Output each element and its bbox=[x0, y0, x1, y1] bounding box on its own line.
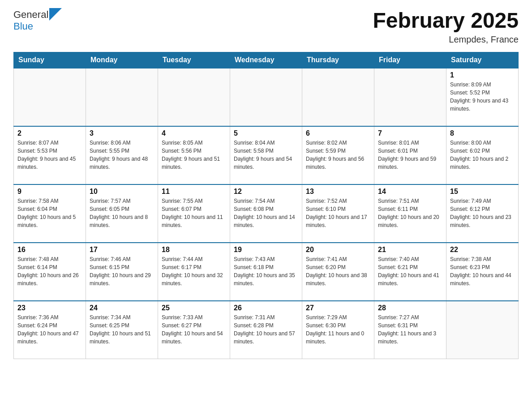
day-number: 17 bbox=[90, 246, 154, 254]
day-number: 1 bbox=[450, 71, 515, 79]
day-info: Sunrise: 8:06 AMSunset: 5:55 PMDaylight:… bbox=[90, 139, 154, 171]
calendar-cell: 10Sunrise: 7:57 AMSunset: 6:05 PMDayligh… bbox=[86, 184, 158, 243]
weekday-header-tuesday: Tuesday bbox=[158, 52, 230, 68]
day-info: Sunrise: 7:57 AMSunset: 6:05 PMDaylight:… bbox=[90, 197, 154, 229]
weekday-header-thursday: Thursday bbox=[302, 52, 374, 68]
day-number: 7 bbox=[378, 129, 442, 137]
calendar-cell: 15Sunrise: 7:49 AMSunset: 6:12 PMDayligh… bbox=[446, 184, 519, 243]
calendar-cell: 19Sunrise: 7:43 AMSunset: 6:18 PMDayligh… bbox=[230, 243, 302, 301]
day-number: 28 bbox=[378, 304, 442, 312]
calendar-cell: 13Sunrise: 7:52 AMSunset: 6:10 PMDayligh… bbox=[302, 184, 374, 243]
day-info: Sunrise: 8:05 AMSunset: 5:56 PMDaylight:… bbox=[162, 139, 226, 171]
weekday-header-friday: Friday bbox=[374, 52, 446, 68]
calendar-cell: 22Sunrise: 7:38 AMSunset: 6:23 PMDayligh… bbox=[446, 243, 519, 301]
calendar-cell: 6Sunrise: 8:02 AMSunset: 5:59 PMDaylight… bbox=[302, 126, 374, 184]
calendar-cell: 1Sunrise: 8:09 AMSunset: 5:52 PMDaylight… bbox=[446, 68, 519, 126]
calendar-cell bbox=[302, 68, 374, 126]
logo-general-text: General bbox=[13, 9, 48, 21]
calendar-cell: 4Sunrise: 8:05 AMSunset: 5:56 PMDaylight… bbox=[158, 126, 230, 184]
day-number: 11 bbox=[162, 188, 226, 196]
day-number: 2 bbox=[17, 129, 82, 137]
day-number: 20 bbox=[306, 246, 370, 254]
day-info: Sunrise: 7:36 AMSunset: 6:24 PMDaylight:… bbox=[17, 313, 82, 346]
calendar-subtitle: Lempdes, France bbox=[373, 34, 519, 45]
day-info: Sunrise: 8:00 AMSunset: 6:02 PMDaylight:… bbox=[450, 139, 515, 171]
day-number: 4 bbox=[162, 129, 226, 137]
day-info: Sunrise: 7:33 AMSunset: 6:27 PMDaylight:… bbox=[162, 313, 226, 346]
calendar-cell: 14Sunrise: 7:51 AMSunset: 6:11 PMDayligh… bbox=[374, 184, 446, 243]
day-info: Sunrise: 8:07 AMSunset: 5:53 PMDaylight:… bbox=[17, 139, 82, 171]
day-info: Sunrise: 7:27 AMSunset: 6:31 PMDaylight:… bbox=[378, 313, 442, 346]
day-number: 8 bbox=[450, 129, 515, 137]
day-number: 25 bbox=[162, 304, 226, 312]
day-number: 23 bbox=[17, 304, 82, 312]
weekday-header-wednesday: Wednesday bbox=[230, 52, 302, 68]
logo: General Blue bbox=[13, 9, 62, 32]
calendar-cell: 12Sunrise: 7:54 AMSunset: 6:08 PMDayligh… bbox=[230, 184, 302, 243]
day-info: Sunrise: 8:04 AMSunset: 5:58 PMDaylight:… bbox=[234, 139, 298, 171]
calendar-cell: 28Sunrise: 7:27 AMSunset: 6:31 PMDayligh… bbox=[374, 301, 446, 359]
calendar-week-row: 23Sunrise: 7:36 AMSunset: 6:24 PMDayligh… bbox=[14, 301, 519, 359]
calendar-cell: 21Sunrise: 7:40 AMSunset: 6:21 PMDayligh… bbox=[374, 243, 446, 301]
calendar-week-row: 2Sunrise: 8:07 AMSunset: 5:53 PMDaylight… bbox=[14, 126, 519, 184]
calendar-cell: 26Sunrise: 7:31 AMSunset: 6:28 PMDayligh… bbox=[230, 301, 302, 359]
weekday-header-row: SundayMondayTuesdayWednesdayThursdayFrid… bbox=[14, 52, 519, 68]
day-number: 15 bbox=[450, 188, 515, 196]
day-number: 24 bbox=[90, 304, 154, 312]
logo-blue-text: Blue bbox=[13, 21, 33, 32]
calendar-cell: 25Sunrise: 7:33 AMSunset: 6:27 PMDayligh… bbox=[158, 301, 230, 359]
day-info: Sunrise: 7:48 AMSunset: 6:14 PMDaylight:… bbox=[17, 255, 82, 287]
calendar-cell: 11Sunrise: 7:55 AMSunset: 6:07 PMDayligh… bbox=[158, 184, 230, 243]
day-info: Sunrise: 8:02 AMSunset: 5:59 PMDaylight:… bbox=[306, 139, 370, 171]
calendar-cell: 8Sunrise: 8:00 AMSunset: 6:02 PMDaylight… bbox=[446, 126, 519, 184]
day-info: Sunrise: 8:01 AMSunset: 6:01 PMDaylight:… bbox=[378, 139, 442, 171]
day-info: Sunrise: 7:44 AMSunset: 6:17 PMDaylight:… bbox=[162, 255, 226, 287]
day-number: 9 bbox=[17, 188, 82, 196]
calendar-cell bbox=[230, 68, 302, 126]
day-number: 19 bbox=[234, 246, 298, 254]
day-number: 21 bbox=[378, 246, 442, 254]
calendar-table: SundayMondayTuesdayWednesdayThursdayFrid… bbox=[13, 52, 519, 360]
calendar-cell: 16Sunrise: 7:48 AMSunset: 6:14 PMDayligh… bbox=[14, 243, 86, 301]
calendar-body: 1Sunrise: 8:09 AMSunset: 5:52 PMDaylight… bbox=[14, 68, 519, 359]
page-header: General Blue February 2025 Lempdes, Fran… bbox=[13, 9, 519, 45]
day-info: Sunrise: 7:43 AMSunset: 6:18 PMDaylight:… bbox=[234, 255, 298, 287]
day-info: Sunrise: 7:38 AMSunset: 6:23 PMDaylight:… bbox=[450, 255, 515, 287]
calendar-cell: 20Sunrise: 7:41 AMSunset: 6:20 PMDayligh… bbox=[302, 243, 374, 301]
day-info: Sunrise: 8:09 AMSunset: 5:52 PMDaylight:… bbox=[450, 81, 515, 113]
day-info: Sunrise: 7:29 AMSunset: 6:30 PMDaylight:… bbox=[306, 313, 370, 346]
calendar-cell: 24Sunrise: 7:34 AMSunset: 6:25 PMDayligh… bbox=[86, 301, 158, 359]
day-info: Sunrise: 7:55 AMSunset: 6:07 PMDaylight:… bbox=[162, 197, 226, 229]
calendar-cell: 5Sunrise: 8:04 AMSunset: 5:58 PMDaylight… bbox=[230, 126, 302, 184]
weekday-header-saturday: Saturday bbox=[446, 52, 519, 68]
calendar-cell: 23Sunrise: 7:36 AMSunset: 6:24 PMDayligh… bbox=[14, 301, 86, 359]
day-number: 13 bbox=[306, 188, 370, 196]
day-number: 26 bbox=[234, 304, 298, 312]
calendar-week-row: 1Sunrise: 8:09 AMSunset: 5:52 PMDaylight… bbox=[14, 68, 519, 126]
day-number: 22 bbox=[450, 246, 515, 254]
day-info: Sunrise: 7:51 AMSunset: 6:11 PMDaylight:… bbox=[378, 197, 442, 229]
day-info: Sunrise: 7:46 AMSunset: 6:15 PMDaylight:… bbox=[90, 255, 154, 287]
day-number: 18 bbox=[162, 246, 226, 254]
calendar-cell: 3Sunrise: 8:06 AMSunset: 5:55 PMDaylight… bbox=[86, 126, 158, 184]
day-number: 14 bbox=[378, 188, 442, 196]
day-number: 27 bbox=[306, 304, 370, 312]
day-number: 3 bbox=[90, 129, 154, 137]
calendar-cell: 7Sunrise: 8:01 AMSunset: 6:01 PMDaylight… bbox=[374, 126, 446, 184]
calendar-week-row: 9Sunrise: 7:58 AMSunset: 6:04 PMDaylight… bbox=[14, 184, 519, 243]
calendar-cell: 17Sunrise: 7:46 AMSunset: 6:15 PMDayligh… bbox=[86, 243, 158, 301]
day-info: Sunrise: 7:54 AMSunset: 6:08 PMDaylight:… bbox=[234, 197, 298, 229]
day-number: 5 bbox=[234, 129, 298, 137]
calendar-cell bbox=[14, 68, 86, 126]
title-block: February 2025 Lempdes, France bbox=[373, 9, 519, 45]
calendar-cell: 2Sunrise: 8:07 AMSunset: 5:53 PMDaylight… bbox=[14, 126, 86, 184]
day-info: Sunrise: 7:52 AMSunset: 6:10 PMDaylight:… bbox=[306, 197, 370, 229]
calendar-week-row: 16Sunrise: 7:48 AMSunset: 6:14 PMDayligh… bbox=[14, 243, 519, 301]
logo-triangle-icon bbox=[49, 8, 62, 21]
calendar-cell: 18Sunrise: 7:44 AMSunset: 6:17 PMDayligh… bbox=[158, 243, 230, 301]
day-info: Sunrise: 7:41 AMSunset: 6:20 PMDaylight:… bbox=[306, 255, 370, 287]
weekday-header-sunday: Sunday bbox=[14, 52, 86, 68]
calendar-cell bbox=[374, 68, 446, 126]
day-info: Sunrise: 7:49 AMSunset: 6:12 PMDaylight:… bbox=[450, 197, 515, 229]
day-number: 10 bbox=[90, 188, 154, 196]
